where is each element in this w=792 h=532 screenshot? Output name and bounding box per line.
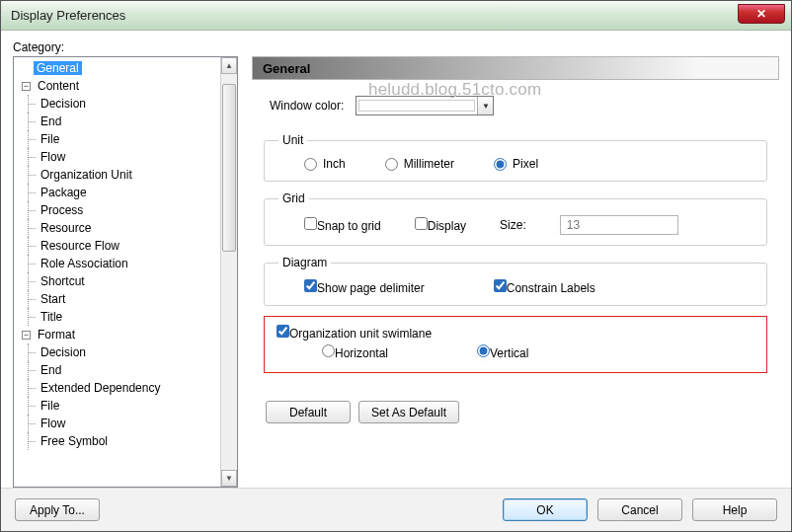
scroll-thumb[interactable] [222,84,236,252]
tree-item[interactable]: Resource Flow [38,237,237,255]
tree-item[interactable]: Flow [38,415,237,432]
swimlane-vertical-radio[interactable]: Vertical [477,344,528,360]
unit-group: Unit Inch Millimeter Pixel [264,133,767,182]
window-color-select[interactable]: ▼ [356,96,494,115]
tree-item[interactable]: Decision [38,95,237,113]
grid-size-label: Size: [500,218,526,232]
tree-item[interactable]: Free Symbol [38,432,237,450]
window-color-label: Window color: [270,99,344,113]
tree-item[interactable]: Start [38,290,237,308]
unit-pixel-radio[interactable]: Pixel [494,157,538,171]
org-unit-swimlane-checkbox[interactable]: Organization unit swimlane [277,327,432,341]
category-tree[interactable]: General −Content Decision End File Flow … [13,56,238,488]
collapse-icon[interactable]: − [22,82,31,91]
tree-item[interactable]: End [38,113,237,130]
tree-item[interactable]: Extended Dependency [38,379,237,397]
default-button[interactable]: Default [266,401,351,423]
tree-item[interactable]: Package [38,184,237,201]
title-bar: Display Preferences ✕ [1,1,791,31]
scroll-down-icon[interactable]: ▼ [221,470,237,487]
tree-item[interactable]: Resource [38,219,237,237]
tree-item[interactable]: Shortcut [38,272,237,290]
tree-item-content[interactable]: −Content Decision End File Flow Organiza… [22,77,237,326]
scrollbar-vertical[interactable]: ▲ ▼ [220,57,237,487]
grid-size-input[interactable] [560,215,678,235]
apply-to-button[interactable]: Apply To... [15,498,100,521]
grid-display-checkbox[interactable]: Display [415,217,466,233]
cancel-button[interactable]: Cancel [597,498,682,521]
tree-item[interactable]: Process [38,201,237,219]
swimlane-horizontal-radio[interactable]: Horizontal [322,344,388,360]
tree-item-general[interactable]: General [22,59,237,77]
tree-item[interactable]: File [38,130,237,148]
collapse-icon[interactable]: − [22,331,31,340]
tree-item[interactable]: Title [38,308,237,326]
close-icon: ✕ [756,7,766,21]
dialog-button-bar: Apply To... OK Cancel Help [1,488,791,531]
section-header: General [252,56,779,80]
tree-item[interactable]: Organization Unit [38,166,237,184]
close-button[interactable]: ✕ [738,4,785,24]
snap-to-grid-checkbox[interactable]: Snap to grid [304,217,381,233]
swimlane-highlight: Organization unit swimlane Horizontal Ve… [264,316,767,373]
grid-group: Grid Snap to grid Display Size: [264,191,767,246]
unit-millimeter-radio[interactable]: Millimeter [385,157,454,171]
category-label: Category: [13,40,779,54]
help-button[interactable]: Help [692,498,777,521]
tree-item[interactable]: File [38,397,237,415]
tree-item-format[interactable]: −Format Decision End Extended Dependency… [22,326,237,450]
tree-item[interactable]: Decision [38,343,237,361]
diagram-group: Diagram Show page delimiter Constrain La… [264,256,767,306]
scroll-up-icon[interactable]: ▲ [221,57,237,74]
chevron-down-icon: ▼ [477,97,493,114]
show-page-delimiter-checkbox[interactable]: Show page delimiter [304,279,425,295]
tree-item[interactable]: End [38,361,237,379]
window-title: Display Preferences [11,8,125,23]
tree-item[interactable]: Flow [38,148,237,166]
constrain-labels-checkbox[interactable]: Constrain Labels [494,279,595,295]
tree-item[interactable]: Role Association [38,255,237,272]
ok-button[interactable]: OK [503,498,588,521]
unit-inch-radio[interactable]: Inch [304,157,346,171]
color-swatch [358,100,475,112]
set-as-default-button[interactable]: Set As Default [358,401,459,423]
